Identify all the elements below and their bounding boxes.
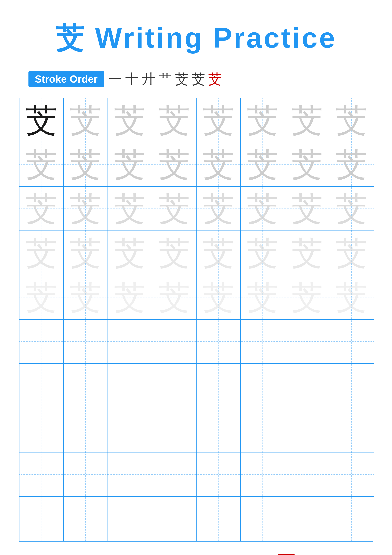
grid-cell[interactable]: 芠 (20, 98, 64, 142)
grid-cell[interactable]: 芠 (285, 231, 329, 275)
grid-row-8 (20, 408, 373, 453)
grid-cell[interactable] (241, 453, 285, 497)
grid-cell[interactable]: 芠 (20, 187, 64, 231)
grid-cell[interactable]: 芠 (241, 98, 285, 142)
grid-cell[interactable]: 芠 (20, 275, 64, 320)
grid-cell[interactable] (20, 408, 64, 453)
grid-cell[interactable]: 芠 (64, 275, 108, 320)
grid-cell[interactable] (64, 408, 108, 453)
grid-cell[interactable] (20, 364, 64, 408)
grid-cell[interactable]: 芠 (64, 187, 108, 231)
grid-cell[interactable] (152, 364, 197, 408)
grid-cell[interactable] (197, 453, 241, 497)
grid-cell[interactable] (329, 453, 374, 497)
grid-cell[interactable]: 芠 (285, 142, 329, 187)
grid-cell[interactable] (108, 408, 152, 453)
grid-cell[interactable]: 芠 (152, 98, 197, 142)
grid-cell[interactable]: 芠 (329, 275, 374, 320)
grid-cell[interactable]: 芠 (197, 98, 241, 142)
grid-cell[interactable] (64, 364, 108, 408)
grid-cell[interactable]: 芠 (197, 187, 241, 231)
grid-cell[interactable]: 芠 (197, 142, 241, 187)
grid-cell[interactable]: 芠 (285, 98, 329, 142)
grid-cell[interactable]: 芠 (329, 187, 374, 231)
grid-cell[interactable]: 芠 (108, 187, 152, 231)
grid-cell[interactable] (329, 364, 374, 408)
grid-cell[interactable]: 芠 (108, 98, 152, 142)
footer-logo-icon: 字 (277, 554, 296, 555)
grid-row-7 (20, 364, 373, 408)
grid-cell[interactable] (197, 497, 241, 541)
grid-cell[interactable]: 芠 (108, 275, 152, 320)
grid-cell[interactable]: 芠 (329, 98, 374, 142)
grid-cell[interactable] (152, 320, 197, 364)
grid-cell[interactable] (64, 453, 108, 497)
grid-row-9 (20, 453, 373, 497)
grid-cell[interactable] (108, 364, 152, 408)
grid-cell[interactable] (285, 320, 329, 364)
grid-row-6 (20, 320, 373, 364)
grid-cell[interactable]: 芠 (241, 187, 285, 231)
grid-row-3: 芠 芠 芠 芠 芠 芠 芠 芠 (20, 187, 373, 231)
grid-cell[interactable] (285, 408, 329, 453)
page: 芠 Writing Practice Stroke Order 一 十 廾 艹 … (0, 0, 392, 555)
grid-cell[interactable]: 芠 (152, 275, 197, 320)
grid-cell[interactable]: 芠 (64, 142, 108, 187)
grid-cell[interactable] (241, 497, 285, 541)
grid-cell[interactable]: 芠 (108, 142, 152, 187)
grid-cell[interactable] (152, 453, 197, 497)
grid-cell[interactable] (197, 364, 241, 408)
grid-cell[interactable]: 芠 (285, 275, 329, 320)
grid-cell[interactable]: 芠 (197, 275, 241, 320)
grid-cell[interactable] (241, 408, 285, 453)
grid-cell[interactable] (152, 408, 197, 453)
stroke-sequence: 一 十 廾 艹 芠 芠 芠 (109, 70, 222, 88)
grid-cell[interactable]: 芠 (152, 231, 197, 275)
grid-cell[interactable] (285, 364, 329, 408)
grid-cell[interactable]: 芠 (329, 142, 374, 187)
grid-cell[interactable] (285, 497, 329, 541)
grid-cell[interactable]: 芠 (241, 231, 285, 275)
grid-cell[interactable]: 芠 (20, 142, 64, 187)
stroke-seq-1: 一 (109, 70, 122, 88)
stroke-seq-4: 艹 (158, 70, 172, 88)
grid-cell[interactable]: 芠 (285, 187, 329, 231)
grid-cell[interactable] (329, 320, 374, 364)
grid-cell[interactable]: 芠 (241, 275, 285, 320)
grid-cell[interactable] (64, 497, 108, 541)
footer: https://www.strokeorder.com/chinese/芠 字 … (19, 554, 373, 555)
grid-cell[interactable]: 芠 (241, 142, 285, 187)
grid-cell[interactable]: 芠 (108, 231, 152, 275)
grid-cell[interactable] (329, 408, 374, 453)
grid-cell[interactable] (241, 320, 285, 364)
stroke-seq-2: 十 (125, 70, 139, 88)
grid-cell[interactable] (20, 320, 64, 364)
grid-cell[interactable]: 芠 (152, 142, 197, 187)
grid-cell[interactable] (152, 497, 197, 541)
page-title: 芠 Writing Practice (56, 19, 336, 57)
grid-cell[interactable] (197, 408, 241, 453)
grid-cell[interactable]: 芠 (197, 231, 241, 275)
practice-grid: 芠 芠 芠 芠 芠 芠 芠 芠 芠 芠 芠 芠 芠 芠 芠 芠 芠 芠 芠 芠 … (19, 98, 373, 541)
stroke-seq-5: 芠 (175, 70, 188, 88)
grid-cell[interactable]: 芠 (20, 231, 64, 275)
grid-cell[interactable] (285, 453, 329, 497)
grid-cell[interactable] (197, 320, 241, 364)
grid-cell[interactable] (108, 497, 152, 541)
grid-cell[interactable] (108, 320, 152, 364)
grid-cell[interactable]: 芠 (64, 98, 108, 142)
grid-cell[interactable] (329, 497, 374, 541)
grid-cell[interactable] (20, 497, 64, 541)
title-char: 芠 (56, 22, 86, 54)
grid-row-2: 芠 芠 芠 芠 芠 芠 芠 芠 (20, 142, 373, 187)
grid-cell[interactable] (20, 453, 64, 497)
grid-cell[interactable] (241, 364, 285, 408)
grid-cell[interactable]: 芠 (64, 231, 108, 275)
grid-cell[interactable]: 芠 (329, 231, 374, 275)
footer-logo: 字 StrokeOrder (277, 554, 363, 555)
grid-cell[interactable]: 芠 (152, 187, 197, 231)
grid-cell[interactable] (108, 453, 152, 497)
grid-cell[interactable] (64, 320, 108, 364)
stroke-seq-7: 芠 (208, 70, 222, 88)
grid-row-5: 芠 芠 芠 芠 芠 芠 芠 芠 (20, 275, 373, 320)
